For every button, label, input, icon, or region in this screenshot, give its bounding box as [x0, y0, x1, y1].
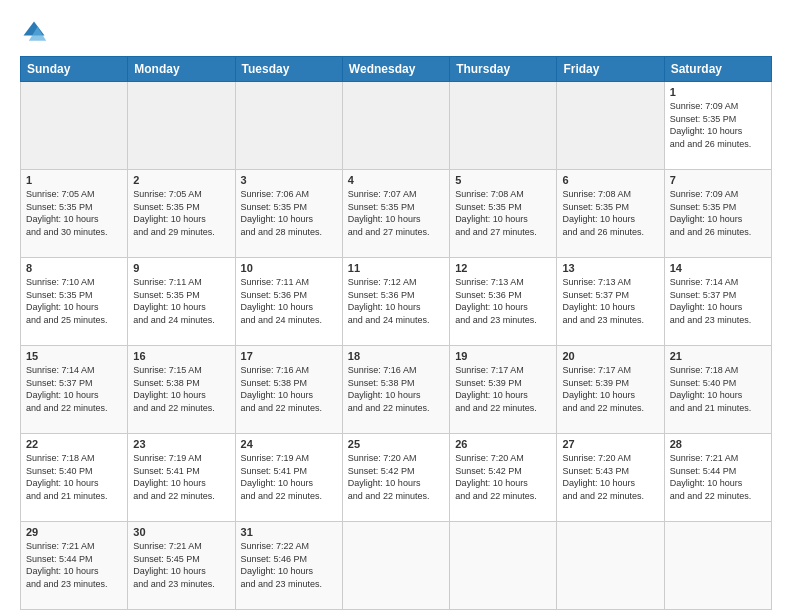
day-info: Sunrise: 7:05 AMSunset: 5:35 PMDaylight:… [26, 188, 122, 238]
day-info: Sunrise: 7:16 AMSunset: 5:38 PMDaylight:… [241, 364, 337, 414]
calendar-cell [557, 82, 664, 170]
day-number: 24 [241, 438, 337, 450]
day-number: 26 [455, 438, 551, 450]
day-info: Sunrise: 7:05 AMSunset: 5:35 PMDaylight:… [133, 188, 229, 238]
calendar-cell: 27Sunrise: 7:20 AMSunset: 5:43 PMDayligh… [557, 434, 664, 522]
day-number: 22 [26, 438, 122, 450]
day-info: Sunrise: 7:13 AMSunset: 5:36 PMDaylight:… [455, 276, 551, 326]
day-number: 3 [241, 174, 337, 186]
day-info: Sunrise: 7:07 AMSunset: 5:35 PMDaylight:… [348, 188, 444, 238]
calendar-cell: 29Sunrise: 7:21 AMSunset: 5:44 PMDayligh… [21, 522, 128, 610]
day-number: 18 [348, 350, 444, 362]
day-number: 13 [562, 262, 658, 274]
calendar-week-row: 8Sunrise: 7:10 AMSunset: 5:35 PMDaylight… [21, 258, 772, 346]
day-info: Sunrise: 7:15 AMSunset: 5:38 PMDaylight:… [133, 364, 229, 414]
day-number: 6 [562, 174, 658, 186]
day-number: 9 [133, 262, 229, 274]
calendar-cell: 13Sunrise: 7:13 AMSunset: 5:37 PMDayligh… [557, 258, 664, 346]
day-info: Sunrise: 7:17 AMSunset: 5:39 PMDaylight:… [455, 364, 551, 414]
weekday-header: Thursday [450, 57, 557, 82]
day-number: 1 [26, 174, 122, 186]
calendar-cell: 8Sunrise: 7:10 AMSunset: 5:35 PMDaylight… [21, 258, 128, 346]
day-info: Sunrise: 7:11 AMSunset: 5:36 PMDaylight:… [241, 276, 337, 326]
calendar-cell: 11Sunrise: 7:12 AMSunset: 5:36 PMDayligh… [342, 258, 449, 346]
day-number: 16 [133, 350, 229, 362]
calendar-cell: 16Sunrise: 7:15 AMSunset: 5:38 PMDayligh… [128, 346, 235, 434]
calendar-cell [235, 82, 342, 170]
calendar-week-row: 29Sunrise: 7:21 AMSunset: 5:44 PMDayligh… [21, 522, 772, 610]
weekday-header: Saturday [664, 57, 771, 82]
calendar-cell [664, 522, 771, 610]
day-number: 2 [133, 174, 229, 186]
calendar-cell: 18Sunrise: 7:16 AMSunset: 5:38 PMDayligh… [342, 346, 449, 434]
calendar-cell: 28Sunrise: 7:21 AMSunset: 5:44 PMDayligh… [664, 434, 771, 522]
calendar-week-row: 22Sunrise: 7:18 AMSunset: 5:40 PMDayligh… [21, 434, 772, 522]
day-info: Sunrise: 7:16 AMSunset: 5:38 PMDaylight:… [348, 364, 444, 414]
header [20, 18, 772, 46]
calendar-week-row: 1Sunrise: 7:09 AMSunset: 5:35 PMDaylight… [21, 82, 772, 170]
day-number: 23 [133, 438, 229, 450]
calendar-cell: 1Sunrise: 7:05 AMSunset: 5:35 PMDaylight… [21, 170, 128, 258]
calendar-cell: 25Sunrise: 7:20 AMSunset: 5:42 PMDayligh… [342, 434, 449, 522]
calendar-cell: 14Sunrise: 7:14 AMSunset: 5:37 PMDayligh… [664, 258, 771, 346]
day-info: Sunrise: 7:14 AMSunset: 5:37 PMDaylight:… [26, 364, 122, 414]
day-number: 30 [133, 526, 229, 538]
day-info: Sunrise: 7:18 AMSunset: 5:40 PMDaylight:… [670, 364, 766, 414]
weekday-header: Friday [557, 57, 664, 82]
weekday-header: Monday [128, 57, 235, 82]
day-number: 4 [348, 174, 444, 186]
day-info: Sunrise: 7:18 AMSunset: 5:40 PMDaylight:… [26, 452, 122, 502]
calendar-cell: 20Sunrise: 7:17 AMSunset: 5:39 PMDayligh… [557, 346, 664, 434]
day-info: Sunrise: 7:11 AMSunset: 5:35 PMDaylight:… [133, 276, 229, 326]
day-number: 12 [455, 262, 551, 274]
day-number: 17 [241, 350, 337, 362]
day-info: Sunrise: 7:19 AMSunset: 5:41 PMDaylight:… [133, 452, 229, 502]
day-number: 20 [562, 350, 658, 362]
day-info: Sunrise: 7:12 AMSunset: 5:36 PMDaylight:… [348, 276, 444, 326]
logo-icon [20, 18, 48, 46]
calendar-cell: 21Sunrise: 7:18 AMSunset: 5:40 PMDayligh… [664, 346, 771, 434]
day-number: 5 [455, 174, 551, 186]
day-info: Sunrise: 7:09 AMSunset: 5:35 PMDaylight:… [670, 188, 766, 238]
day-number: 11 [348, 262, 444, 274]
calendar-cell: 6Sunrise: 7:08 AMSunset: 5:35 PMDaylight… [557, 170, 664, 258]
calendar-week-row: 1Sunrise: 7:05 AMSunset: 5:35 PMDaylight… [21, 170, 772, 258]
calendar-cell: 17Sunrise: 7:16 AMSunset: 5:38 PMDayligh… [235, 346, 342, 434]
calendar-cell: 19Sunrise: 7:17 AMSunset: 5:39 PMDayligh… [450, 346, 557, 434]
day-number: 28 [670, 438, 766, 450]
day-info: Sunrise: 7:21 AMSunset: 5:45 PMDaylight:… [133, 540, 229, 590]
day-info: Sunrise: 7:20 AMSunset: 5:42 PMDaylight:… [455, 452, 551, 502]
calendar-cell: 30Sunrise: 7:21 AMSunset: 5:45 PMDayligh… [128, 522, 235, 610]
day-info: Sunrise: 7:21 AMSunset: 5:44 PMDaylight:… [670, 452, 766, 502]
day-number: 25 [348, 438, 444, 450]
day-number: 29 [26, 526, 122, 538]
calendar-cell [450, 82, 557, 170]
day-info: Sunrise: 7:10 AMSunset: 5:35 PMDaylight:… [26, 276, 122, 326]
calendar-cell [557, 522, 664, 610]
day-number: 15 [26, 350, 122, 362]
calendar-cell: 4Sunrise: 7:07 AMSunset: 5:35 PMDaylight… [342, 170, 449, 258]
day-info: Sunrise: 7:08 AMSunset: 5:35 PMDaylight:… [455, 188, 551, 238]
day-info: Sunrise: 7:22 AMSunset: 5:46 PMDaylight:… [241, 540, 337, 590]
calendar-cell: 9Sunrise: 7:11 AMSunset: 5:35 PMDaylight… [128, 258, 235, 346]
calendar-cell: 5Sunrise: 7:08 AMSunset: 5:35 PMDaylight… [450, 170, 557, 258]
day-number: 8 [26, 262, 122, 274]
calendar-cell [342, 82, 449, 170]
calendar-table: SundayMondayTuesdayWednesdayThursdayFrid… [20, 56, 772, 610]
day-number: 1 [670, 86, 766, 98]
calendar-cell: 2Sunrise: 7:05 AMSunset: 5:35 PMDaylight… [128, 170, 235, 258]
calendar-cell: 22Sunrise: 7:18 AMSunset: 5:40 PMDayligh… [21, 434, 128, 522]
weekday-header: Sunday [21, 57, 128, 82]
day-info: Sunrise: 7:19 AMSunset: 5:41 PMDaylight:… [241, 452, 337, 502]
day-info: Sunrise: 7:20 AMSunset: 5:43 PMDaylight:… [562, 452, 658, 502]
calendar-week-row: 15Sunrise: 7:14 AMSunset: 5:37 PMDayligh… [21, 346, 772, 434]
day-info: Sunrise: 7:14 AMSunset: 5:37 PMDaylight:… [670, 276, 766, 326]
day-info: Sunrise: 7:13 AMSunset: 5:37 PMDaylight:… [562, 276, 658, 326]
calendar-cell [128, 82, 235, 170]
day-info: Sunrise: 7:09 AMSunset: 5:35 PMDaylight:… [670, 100, 766, 150]
calendar-cell: 15Sunrise: 7:14 AMSunset: 5:37 PMDayligh… [21, 346, 128, 434]
day-number: 27 [562, 438, 658, 450]
day-number: 14 [670, 262, 766, 274]
day-number: 19 [455, 350, 551, 362]
calendar-cell: 23Sunrise: 7:19 AMSunset: 5:41 PMDayligh… [128, 434, 235, 522]
